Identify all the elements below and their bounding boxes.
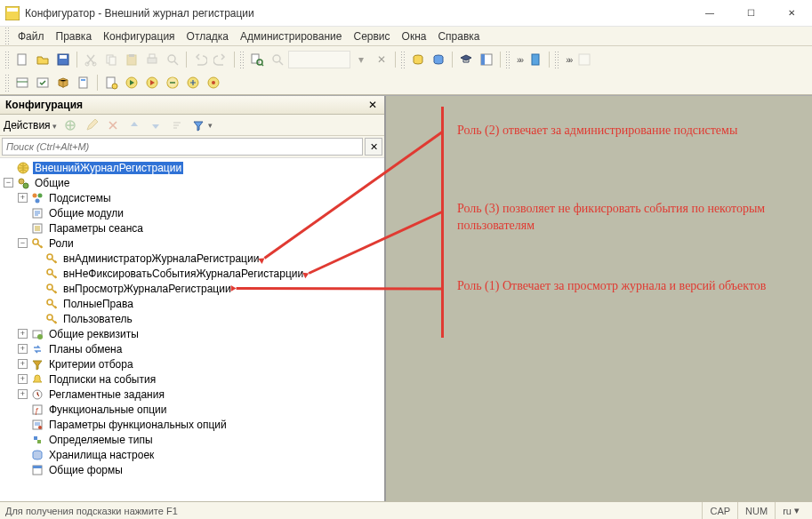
menu-grip[interactable] xyxy=(4,27,9,44)
actions-dropdown[interactable]: Действия xyxy=(4,119,57,132)
tree-item-3[interactable]: +Подписки на события xyxy=(0,371,384,387)
toolbar-overflow[interactable]: »» xyxy=(513,55,525,65)
expand-toggle[interactable]: + xyxy=(18,359,28,369)
tree-role-admin[interactable]: внАдминистраторЖурналаРегистрации xyxy=(0,251,384,266)
tree-item-1[interactable]: +Планы обмена xyxy=(0,341,384,356)
open-button[interactable] xyxy=(33,50,52,69)
debug-button[interactable] xyxy=(101,73,121,92)
tree-item-6[interactable]: Параметры функциональных опций xyxy=(0,417,384,432)
toolbar-grip[interactable] xyxy=(4,51,9,68)
tree-common-modules[interactable]: Общие модули xyxy=(0,205,384,220)
undo-button[interactable] xyxy=(190,50,210,69)
toolbar-grip[interactable] xyxy=(505,51,510,68)
window-check-button[interactable] xyxy=(33,73,52,92)
run-button[interactable] xyxy=(122,73,141,92)
search-all-button[interactable] xyxy=(247,50,267,69)
delete-button[interactable] xyxy=(103,116,123,135)
box-button[interactable] xyxy=(53,73,73,92)
status-lang[interactable]: ru ▾ xyxy=(775,502,807,519)
cut-button[interactable] xyxy=(81,50,100,69)
menu-help[interactable]: Справка xyxy=(432,27,485,45)
expand-toggle[interactable]: + xyxy=(18,374,28,384)
tree-item-0[interactable]: +Общие реквизиты xyxy=(0,326,384,341)
zoom-drop[interactable]: ▾ xyxy=(351,50,371,69)
menu-administration[interactable]: Администрирование xyxy=(235,27,347,45)
sort-button[interactable] xyxy=(167,116,187,135)
menu-file[interactable]: Файл xyxy=(12,27,50,45)
toolbar-overflow[interactable]: »» xyxy=(562,55,574,65)
toolbar-grip[interactable] xyxy=(4,74,9,92)
tree-subsystems[interactable]: +Подсистемы xyxy=(0,190,384,205)
tree-item-8[interactable]: Хранилища настроек xyxy=(0,447,384,462)
tree-node-label: Подписки на события xyxy=(47,373,157,386)
tree-item-5[interactable]: ƒФункциональные опции xyxy=(0,402,384,417)
tree-node-label: Критерии отбора xyxy=(47,358,135,371)
expand-toggle[interactable]: + xyxy=(18,193,28,203)
overflow-btn[interactable] xyxy=(575,50,594,69)
zoom-input[interactable] xyxy=(288,51,350,68)
db-config-button[interactable] xyxy=(408,50,428,69)
filter-button[interactable] xyxy=(189,116,208,135)
toolbar-grip[interactable] xyxy=(400,51,405,68)
tree-role-user[interactable]: Пользователь xyxy=(0,311,384,326)
print-button[interactable] xyxy=(142,50,162,69)
tree-item-2[interactable]: +Критерии отбора xyxy=(0,356,384,371)
panel-close-button[interactable]: ✕ xyxy=(366,99,379,111)
window-title: Конфигуратор - Внешний журнал регистраци… xyxy=(25,7,689,20)
new-button[interactable] xyxy=(12,50,32,69)
maximize-button[interactable]: ☐ xyxy=(730,0,771,27)
svg-point-13 xyxy=(168,55,175,62)
debug-attach-button[interactable] xyxy=(163,73,182,92)
menu-edit[interactable]: Правка xyxy=(51,27,98,45)
edit-button[interactable] xyxy=(82,116,101,135)
tree-session-params[interactable]: Параметры сеанса xyxy=(0,220,384,236)
expand-toggle[interactable]: − xyxy=(4,178,13,188)
expand-toggle[interactable]: − xyxy=(18,238,28,248)
toolbar-grip[interactable] xyxy=(554,51,559,68)
tree-role-view[interactable]: внПросмотрЖурналаРегистрации xyxy=(0,281,384,296)
save-button[interactable] xyxy=(53,50,73,69)
zoom-x-button[interactable]: ✕ xyxy=(372,50,391,69)
bookmark-button[interactable] xyxy=(526,50,545,69)
step-button[interactable] xyxy=(183,73,203,92)
open-config-button[interactable] xyxy=(12,73,32,92)
expand-toggle[interactable]: + xyxy=(18,329,28,339)
close-button[interactable]: ✕ xyxy=(771,0,812,27)
search-clear-button[interactable]: ✕ xyxy=(365,138,382,156)
search-input[interactable] xyxy=(2,138,363,156)
tree-common-node[interactable]: −Общие xyxy=(0,175,384,190)
move-down-button[interactable] xyxy=(146,116,165,135)
tree-role-nofix[interactable]: внНеФиксироватьСобытияЖурналаРегистарции xyxy=(0,266,384,281)
redo-button[interactable] xyxy=(211,50,230,69)
tree-item-9[interactable]: Общие формы xyxy=(0,462,384,477)
zoom-button[interactable] xyxy=(268,50,287,69)
debug-start-button[interactable] xyxy=(142,73,162,92)
minimize-button[interactable]: — xyxy=(689,0,730,27)
students-button[interactable] xyxy=(456,50,476,69)
add-button[interactable] xyxy=(60,116,80,135)
menu-service[interactable]: Сервис xyxy=(348,27,395,45)
clock-icon xyxy=(30,387,44,402)
syntax-helper-button[interactable] xyxy=(477,50,496,69)
menu-windows[interactable]: Окна xyxy=(397,27,432,45)
tree-item-7[interactable]: Определяемые типы xyxy=(0,432,384,447)
update-db-button[interactable] xyxy=(429,50,448,69)
config-tree[interactable]: ВнешнийЖурналРегистрации−Общие+Подсистем… xyxy=(0,157,384,501)
breakpoint-button[interactable] xyxy=(204,73,223,92)
tree-root-node[interactable]: ВнешнийЖурналРегистрации xyxy=(0,160,384,175)
attr-icon xyxy=(30,327,44,341)
expand-toggle[interactable]: + xyxy=(18,389,28,399)
find-button[interactable] xyxy=(163,50,182,69)
tree-roles[interactable]: −Роли xyxy=(0,236,384,251)
doc-button[interactable] xyxy=(74,73,93,92)
tree-role-full[interactable]: ПолныеПрава xyxy=(0,296,384,311)
copy-button[interactable] xyxy=(101,50,121,69)
tree-item-4[interactable]: +Регламентные задания xyxy=(0,387,384,402)
paste-button[interactable] xyxy=(122,50,141,69)
tree-node-label: Планы обмена xyxy=(47,343,124,355)
menu-configuration[interactable]: Конфигурация xyxy=(98,27,181,45)
expand-toggle[interactable]: + xyxy=(18,344,28,354)
toolbar-grip[interactable] xyxy=(239,51,244,68)
move-up-button[interactable] xyxy=(125,116,144,135)
menu-debug[interactable]: Отладка xyxy=(181,27,234,45)
